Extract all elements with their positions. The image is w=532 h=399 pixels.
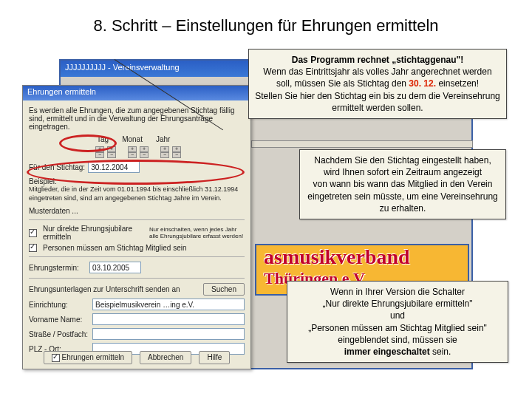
separator (29, 219, 245, 220)
slide-title: 8. Schritt – Einstellungen für Ehrungen … (0, 16, 532, 35)
callout-schalter: Wenn in Ihrer Version die Schalter „Nur … (287, 281, 508, 363)
callout3-line6: immer eingeschaltet sein. (293, 346, 502, 358)
label-chk2: Personen müssen am Stichtag Mitglied sei… (43, 244, 187, 252)
suchen-button[interactable]: Suchen (203, 283, 245, 296)
callout3-line3: und (293, 310, 502, 321)
dialog-buttons: Ehrungen ermitteln Abbrechen Hilfe (23, 351, 250, 364)
checkbox-direkte-jubilare[interactable] (29, 229, 37, 237)
label-chk1: Nur direkte Ehrungsjubilare ermitteln (43, 225, 146, 241)
callout1-title: Das Programm rechnet „stichtaggenau"! (255, 54, 500, 66)
stepper-month[interactable]: +− (128, 146, 137, 158)
callout3-line4: „Personen müssen am Stichtag Mitglied se… (293, 322, 502, 334)
label-vorname: Vorname Name: (29, 316, 89, 324)
callout2-line2: von wann bis wann das Mitglied in den Ve… (306, 178, 499, 214)
field-vorname[interactable] (92, 313, 245, 325)
label-musterdaten: Musterdaten ... (29, 207, 245, 215)
beispiel-text: Mitglieder, die in der Zeit vom 01.01.19… (29, 185, 245, 202)
stepper-year2[interactable]: +− (172, 146, 181, 158)
callout2-line1: Nachdem Sie den Stichtag eingestellt hab… (306, 154, 499, 178)
label-strasse: Straße / Postfach: (29, 330, 89, 338)
dialog-ehrungen-ermitteln: Ehrungen ermitteln Es werden alle Ehrung… (22, 85, 251, 369)
check-icon (52, 354, 60, 362)
callout1-body: Wenn das Eintrittsjahr als volles Jahr a… (255, 66, 500, 89)
callout3-line1: Wenn in Ihrer Version die Schalter (293, 286, 502, 298)
callout-stichtag: Das Programm rechnet „stichtaggenau"! We… (248, 49, 507, 119)
hint-chk1: Nur einschalten, wenn jedes Jahr alle Eh… (149, 226, 245, 239)
dialog-titlebar: Ehrungen ermitteln (23, 86, 250, 100)
label-monat: Monat (122, 135, 143, 143)
label-einrichtung: Einrichtung: (29, 301, 89, 309)
separator-2 (29, 256, 245, 257)
abbrechen-button[interactable]: Abbrechen (140, 351, 191, 364)
app-toolbar-fragment (251, 140, 473, 148)
stepper-year[interactable]: +− (160, 146, 169, 158)
callout3-line5: eingeblendet sind, müssen sie (293, 334, 502, 346)
label-unterlagen: Ehrungsunterlagen zur Unterschrift sende… (29, 285, 200, 293)
hilfe-button[interactable]: Hilfe (199, 351, 230, 364)
label-jahr: Jahr (156, 135, 170, 143)
ermitteln-button[interactable]: Ehrungen ermitteln (44, 351, 133, 364)
dialog-body: Es werden alle Ehrungen, die zum angegeb… (23, 100, 250, 364)
logo-text-1: asmusikverband (256, 245, 468, 269)
field-strasse[interactable] (92, 328, 245, 340)
highlight-ellipse-stichtag (59, 134, 117, 152)
field-einrichtung[interactable]: Beispielmusikverein …ing e.V. (92, 299, 245, 310)
callout1-line3: Stellen Sie hier den Stichtag ein bis zu… (255, 90, 500, 114)
stepper-month2[interactable]: +− (140, 146, 149, 158)
checkbox-mitglied-stichtag[interactable] (29, 244, 37, 252)
label-ehrungstermin: Ehrungstermin: (29, 264, 86, 272)
callout3-line2: „Nur direkte Ehrungsjubilare ermitteln" (293, 298, 502, 310)
separator-3 (29, 278, 245, 279)
dialog-intro: Es werden alle Ehrungen, die zum angegeb… (29, 106, 245, 131)
callout-zeitraum: Nachdem Sie den Stichtag eingestellt hab… (299, 149, 506, 219)
highlight-ellipse-beispiel (27, 160, 245, 185)
slide: 8. Schritt – Einstellungen für Ehrungen … (0, 0, 532, 399)
field-ehrungstermin[interactable]: 03.10.2005 (89, 262, 141, 273)
